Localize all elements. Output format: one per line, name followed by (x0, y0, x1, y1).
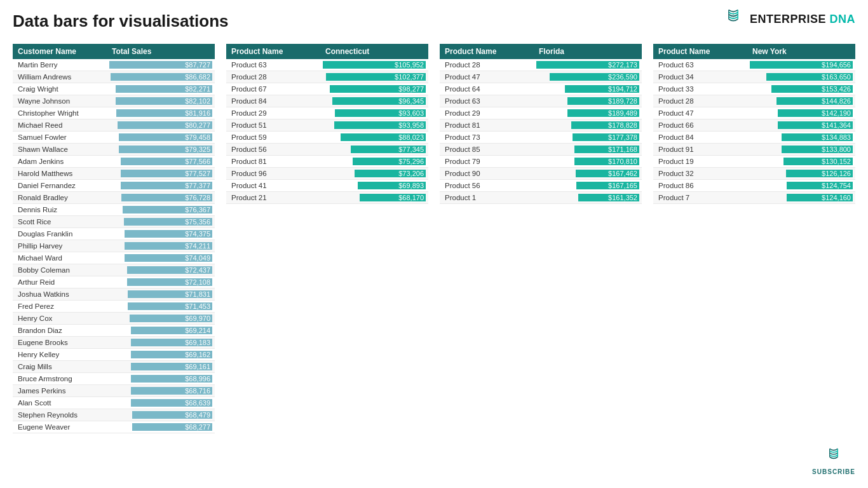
row-name-cell: Product 96 (226, 168, 320, 180)
row-bar-cell: $87,727 (107, 59, 215, 71)
row-bar-cell: $77,527 (107, 168, 215, 180)
row-name-cell: Craig Wright (13, 83, 107, 95)
row-name-cell: Wayne Johnson (13, 95, 107, 107)
row-bar-cell: $71,453 (107, 301, 215, 313)
table-row: Bruce Armstrong$68,996 (13, 373, 215, 385)
row-bar-cell: $77,345 (320, 144, 428, 156)
table-row: Product 86$124,754 (653, 180, 855, 192)
customer-sales-table-wrapper: Customer Name Total Sales Martin Berry$8… (13, 44, 215, 433)
table-row: Product 7$124,160 (653, 192, 855, 204)
table-row: Wayne Johnson$82,102 (13, 95, 215, 107)
bar-value-label: $194,656 (822, 61, 853, 69)
col-header-newyork: New York (747, 44, 855, 59)
row-name-cell: James Perkins (13, 385, 107, 397)
table-row: Ronald Bradley$76,728 (13, 192, 215, 204)
row-name-cell: Brandon Diaz (13, 325, 107, 337)
bar-value-label: $74,211 (185, 242, 212, 250)
row-name-cell: Product 67 (226, 83, 320, 95)
table-row: Product 91$133,800 (653, 144, 855, 156)
table-row: Product 73$177,378 (440, 132, 642, 144)
row-name-cell: Michael Ward (13, 252, 107, 264)
row-bar-cell: $86,682 (107, 71, 215, 83)
bar-value-label: $80,277 (185, 121, 212, 129)
table-row: Michael Ward$74,049 (13, 252, 215, 264)
col-header-customer-name: Customer Name (13, 44, 107, 59)
row-name-cell: Douglas Franklin (13, 228, 107, 240)
table-row: James Perkins$68,716 (13, 385, 215, 397)
row-name-cell: Product 28 (440, 59, 534, 71)
bar-value-label: $82,271 (185, 85, 212, 93)
table-row: Henry Cox$69,970 (13, 313, 215, 325)
row-bar-cell: $81,916 (107, 107, 215, 119)
bar-value-label: $69,162 (185, 351, 212, 358)
row-bar-cell: $68,716 (107, 385, 215, 397)
row-bar-cell: $68,277 (107, 421, 215, 433)
table-row: Product 29$93,603 (226, 107, 428, 119)
bar-value-label: $68,170 (398, 194, 426, 201)
row-bar-cell: $69,893 (320, 180, 428, 192)
bar-value-label: $72,108 (185, 278, 212, 286)
row-bar-cell: $88,023 (320, 132, 428, 144)
row-name-cell: Eugene Weaver (13, 421, 107, 433)
table-row: Samuel Fowler$79,458 (13, 132, 215, 144)
row-name-cell: Dennis Ruiz (13, 204, 107, 216)
row-bar-cell: $71,831 (107, 288, 215, 301)
row-bar-cell: $68,479 (107, 409, 215, 421)
row-bar-cell: $144,826 (747, 95, 855, 107)
row-name-cell: Product 47 (440, 71, 534, 83)
bar-value-label: $189,728 (608, 97, 639, 105)
row-bar-cell: $82,271 (107, 83, 215, 95)
row-bar-cell: $96,345 (320, 95, 428, 107)
row-name-cell: Product 79 (440, 156, 534, 168)
bar-value-label: $153,426 (822, 85, 853, 93)
table-row: Fred Perez$71,453 (13, 301, 215, 313)
bar-value-label: $141,364 (822, 121, 853, 129)
row-bar-cell: $167,462 (534, 168, 642, 180)
row-name-cell: Bobby Coleman (13, 264, 107, 276)
row-bar-cell: $93,958 (320, 119, 428, 132)
table-row: Product 85$171,168 (440, 144, 642, 156)
bar-value-label: $272,173 (608, 61, 639, 69)
bar-value-label: $163,650 (822, 73, 853, 81)
bar-value-label: $77,527 (185, 170, 212, 177)
table-row: Product 47$236,590 (440, 71, 642, 83)
row-bar-cell: $167,165 (534, 180, 642, 192)
table-row: Craig Mills$69,161 (13, 361, 215, 373)
row-bar-cell: $163,650 (747, 71, 855, 83)
table-row: Joshua Watkins$71,831 (13, 288, 215, 301)
bar-value-label: $98,277 (398, 85, 426, 93)
bar-value-label: $93,603 (398, 109, 426, 117)
table-row: Douglas Franklin$74,375 (13, 228, 215, 240)
table-row: Product 81$178,828 (440, 119, 642, 132)
bar-value-label: $134,883 (822, 133, 853, 141)
table-row: Product 56$77,345 (226, 144, 428, 156)
table-row: Shawn Wallace$79,325 (13, 144, 215, 156)
row-name-cell: Product 41 (226, 180, 320, 192)
table-row: Product 81$75,296 (226, 156, 428, 168)
row-bar-cell: $68,639 (107, 397, 215, 409)
bar-value-label: $144,826 (822, 97, 853, 105)
table-row: Product 32$126,126 (653, 168, 855, 180)
row-name-cell: Scott Rice (13, 216, 107, 228)
row-bar-cell: $98,277 (320, 83, 428, 95)
row-name-cell: Product 7 (653, 192, 747, 204)
row-name-cell: Phillip Harvey (13, 240, 107, 252)
row-name-cell: Product 56 (226, 144, 320, 156)
table-row: Product 63$194,656 (653, 59, 855, 71)
bar-value-label: $74,375 (185, 230, 212, 238)
bar-value-label: $167,165 (608, 182, 639, 189)
table-row: Phillip Harvey$74,211 (13, 240, 215, 252)
subscribe-button[interactable]: SUBSCRIBE (812, 447, 855, 475)
row-bar-cell: $80,277 (107, 119, 215, 132)
row-name-cell: William Andrews (13, 71, 107, 83)
bar-value-label: $77,377 (185, 182, 212, 189)
row-name-cell: Martin Berry (13, 59, 107, 71)
row-bar-cell: $79,458 (107, 132, 215, 144)
row-name-cell: Product 28 (653, 95, 747, 107)
row-bar-cell: $124,160 (747, 192, 855, 204)
row-name-cell: Henry Cox (13, 313, 107, 325)
row-bar-cell: $134,883 (747, 132, 855, 144)
bar-value-label: $194,712 (608, 85, 639, 93)
row-bar-cell: $272,173 (534, 59, 642, 71)
bar-value-label: $69,161 (185, 363, 212, 370)
